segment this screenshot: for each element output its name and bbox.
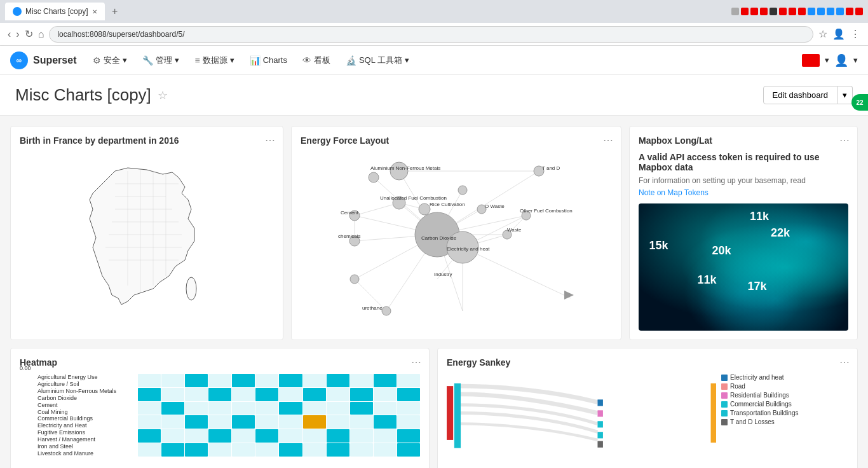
cell — [327, 443, 349, 457]
heat-label-15k: 15k — [649, 239, 668, 252]
bookmark-icon[interactable]: ☆ — [818, 28, 827, 40]
map-token-link[interactable]: Note on Map Tokens — [639, 188, 709, 197]
home-button[interactable]: ⌂ — [38, 29, 44, 40]
dot14 — [855, 8, 863, 15]
notification-badge[interactable]: 22 — [851, 94, 868, 111]
cell — [397, 402, 420, 415]
nav-datasource[interactable]: ≡ 数据源 ▾ — [188, 46, 240, 75]
nav-dashboard[interactable]: 👁 看板 — [296, 46, 337, 75]
nav-sql[interactable]: 🔬 SQL 工具箱 ▾ — [339, 46, 416, 75]
heat-label-20k: 20k — [712, 244, 731, 258]
cell — [279, 402, 302, 415]
mapbox-error: A valid API access token is required to … — [639, 152, 848, 197]
svg-text:O Waste: O Waste — [485, 203, 505, 209]
cell — [208, 402, 231, 415]
sankey-legend-color-3 — [721, 401, 728, 408]
address-bar: ‹ › ↻ ⌂ localhost:8088/superset/dashboar… — [0, 23, 868, 46]
cell — [327, 374, 349, 387]
cell — [232, 374, 255, 387]
cell — [350, 429, 373, 443]
nav-charts[interactable]: 📊 Charts — [243, 46, 294, 75]
cell — [374, 443, 397, 457]
cell — [185, 443, 208, 457]
favorite-star-icon[interactable]: ☆ — [158, 88, 168, 102]
brand-logo[interactable]: ∞ Superset — [10, 52, 76, 69]
nav-manage[interactable]: 🔧 管理 ▾ — [136, 46, 186, 75]
svg-text:chemicals: chemicals — [338, 233, 361, 239]
dot3 — [750, 8, 758, 15]
heatmap-label-10: Harvest / Management — [37, 436, 133, 443]
cell — [374, 429, 397, 443]
svg-text:Rice Cultivation: Rice Cultivation — [430, 202, 465, 207]
edit-dashboard-dropdown[interactable]: ▾ — [837, 86, 853, 104]
energy-force-card: Energy Force Layout ⋯ — [291, 126, 621, 340]
cell — [138, 443, 161, 457]
sankey-left-bar-2 — [454, 383, 461, 448]
cell — [185, 402, 208, 415]
cell — [350, 374, 373, 387]
active-tab[interactable]: Misc Charts [copy] ✕ — [5, 3, 105, 20]
sankey-diagram — [447, 374, 716, 463]
edit-dashboard-button[interactable]: Edit dashboard — [763, 86, 837, 104]
heatmap-label-7: Commercial Buildings — [37, 415, 133, 422]
svg-point-39 — [369, 172, 379, 182]
tab-close-btn[interactable]: ✕ — [92, 8, 97, 15]
heat-label-17k: 17k — [748, 280, 767, 293]
new-tab-button[interactable]: + — [107, 4, 123, 19]
mapbox-heatmap-viz: 11k 15k 20k 22k 11k 17k — [639, 203, 848, 331]
forward-button[interactable]: › — [16, 29, 19, 40]
sankey-svg — [447, 374, 716, 463]
sankey-legend-label-2: Residential Buildings — [730, 392, 789, 399]
cell — [303, 402, 326, 415]
france-map-svg — [77, 158, 217, 311]
energy-force-more-button[interactable]: ⋯ — [603, 134, 613, 146]
heatmap-colorscale: 0.00 — [20, 374, 32, 457]
cell — [279, 388, 302, 401]
cell — [208, 374, 231, 387]
cell — [161, 388, 184, 401]
cell — [374, 415, 397, 429]
heatmap-label-1: Agricultural Energy Use — [37, 374, 133, 380]
sankey-legend-label-5: T and D Losses — [730, 418, 775, 425]
cell — [303, 415, 326, 429]
sankey-left-bar-1 — [447, 386, 453, 440]
svg-text:Carbon Dioxide: Carbon Dioxide — [421, 235, 457, 241]
sankey-title: Energy Sankey — [447, 357, 848, 368]
user-menu-button[interactable]: 👤 — [834, 53, 848, 67]
svg-text:Aluminium Non-Ferrous Metals: Aluminium Non-Ferrous Metals — [370, 165, 440, 171]
brand-name: Superset — [33, 55, 76, 66]
cell — [303, 429, 326, 443]
refresh-button[interactable]: ↻ — [25, 28, 33, 40]
mapbox-more-button[interactable]: ⋯ — [839, 134, 850, 146]
sankey-far-right-bar — [711, 383, 716, 443]
cell — [255, 402, 278, 415]
menu-icon[interactable]: ⋮ — [850, 28, 860, 40]
dot10 — [817, 8, 825, 15]
manage-icon: 🔧 — [142, 55, 153, 65]
sankey-legend-item-4: Transportation Buildings — [721, 410, 848, 416]
svg-marker-53 — [564, 291, 574, 299]
account-icon[interactable]: 👤 — [832, 28, 845, 40]
cell — [138, 388, 161, 401]
cell — [374, 402, 397, 415]
heatmap-label-5: Cement — [37, 402, 133, 408]
sankey-more-button[interactable]: ⋯ — [839, 356, 850, 368]
sankey-legend-item-1: Electricity and heat — [721, 374, 848, 381]
heatmap-more-button[interactable]: ⋯ — [411, 356, 421, 368]
svg-point-49 — [350, 275, 359, 284]
url-input[interactable]: localhost:8088/superset/dashboard/5/ — [49, 26, 813, 43]
language-button[interactable] — [802, 54, 820, 67]
back-button[interactable]: ‹ — [8, 29, 11, 40]
cell — [161, 415, 184, 429]
nav-security[interactable]: ⚙ 安全 ▾ — [86, 46, 133, 75]
dot7 — [789, 8, 796, 15]
cell — [161, 374, 184, 387]
edit-dashboard-group: Edit dashboard ▾ — [763, 86, 853, 104]
sankey-legend: Electricity and heat Road Residential Bu… — [721, 374, 848, 463]
birth-france-more-button[interactable]: ⋯ — [265, 134, 275, 146]
heat-label-22k: 22k — [771, 226, 790, 240]
page-header: Misc Charts [copy] ☆ Edit dashboard ▾ — [0, 75, 868, 116]
sankey-legend-label-4: Transportation Buildings — [730, 410, 798, 416]
heatmap-viz: 0.00 Agricultural Energy Use Agriculture… — [20, 374, 420, 457]
dot4 — [760, 8, 768, 15]
